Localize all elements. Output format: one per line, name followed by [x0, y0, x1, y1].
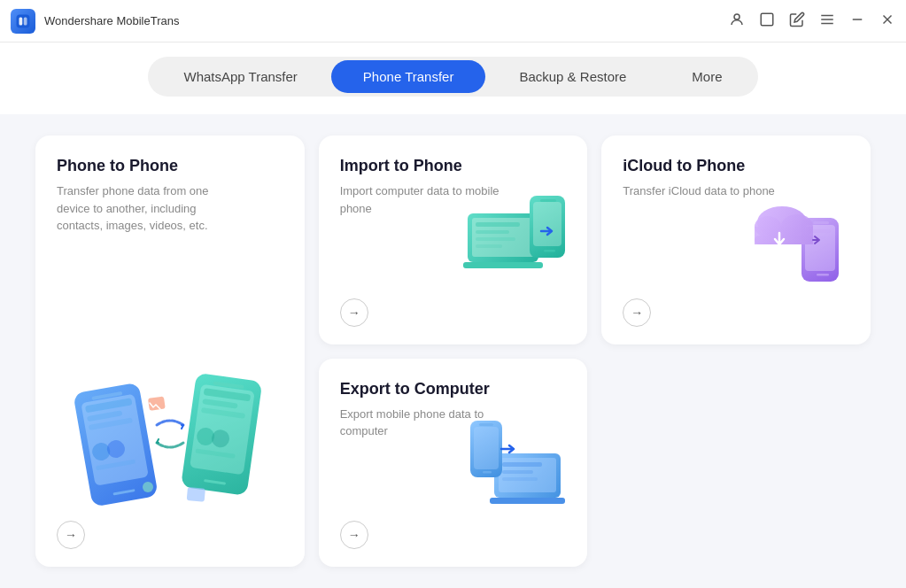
svg-rect-58 — [490, 498, 565, 504]
svg-point-17 — [90, 441, 111, 461]
card-import-to-phone[interactable]: Import to Phone Import computer data to … — [319, 135, 588, 344]
main-content: Phone to Phone Transfer phone data from … — [0, 114, 906, 588]
svg-rect-2 — [24, 17, 27, 25]
card-import-arrow[interactable]: → — [340, 298, 368, 327]
card-phone-to-phone[interactable]: Phone to Phone Transfer phone data from … — [35, 135, 305, 567]
svg-rect-59 — [502, 462, 542, 467]
tab-more[interactable]: More — [660, 60, 754, 93]
user-icon[interactable] — [729, 12, 745, 30]
svg-rect-48 — [817, 274, 829, 276]
svg-rect-40 — [476, 244, 502, 248]
svg-rect-11 — [73, 383, 158, 507]
svg-rect-60 — [502, 470, 533, 474]
card-phone-to-phone-arrow[interactable]: → — [57, 521, 85, 549]
svg-point-3 — [734, 14, 740, 19]
svg-point-33 — [143, 482, 153, 492]
svg-rect-4 — [761, 13, 773, 26]
svg-rect-13 — [91, 391, 122, 400]
icloud-illustration — [748, 191, 863, 289]
svg-rect-19 — [96, 460, 136, 471]
svg-rect-63 — [474, 427, 499, 469]
title-bar: Wondershare MobileTrans — [0, 0, 906, 43]
svg-rect-29 — [195, 449, 235, 459]
card-phone-to-phone-desc: Transfer phone data from one device to a… — [57, 182, 216, 235]
svg-rect-39 — [476, 237, 515, 241]
card-export-arrow[interactable]: → — [340, 521, 368, 549]
svg-rect-43 — [540, 199, 556, 202]
app-title: Wondershare MobileTrans — [44, 14, 729, 27]
svg-rect-14 — [85, 398, 133, 413]
svg-rect-61 — [502, 477, 538, 481]
svg-rect-37 — [476, 222, 520, 227]
card-export-title: Export to Computer — [340, 380, 567, 398]
window-icon[interactable] — [759, 12, 775, 30]
svg-rect-12 — [81, 394, 149, 486]
svg-rect-65 — [483, 471, 492, 474]
card-icloud-to-phone[interactable]: iCloud to Phone Transfer iCloud data to … — [601, 135, 871, 344]
nav-bar: WhatsApp Transfer Phone Transfer Backup … — [0, 43, 906, 114]
app-icon — [11, 9, 35, 34]
svg-rect-26 — [201, 407, 245, 419]
svg-rect-21 — [181, 373, 262, 496]
svg-rect-1 — [19, 17, 23, 25]
svg-rect-42 — [533, 202, 561, 246]
edit-icon[interactable] — [789, 12, 805, 30]
svg-rect-24 — [203, 388, 251, 401]
card-icloud-arrow[interactable]: → — [623, 298, 651, 327]
svg-rect-16 — [89, 417, 133, 430]
svg-rect-20 — [112, 489, 135, 495]
svg-rect-30 — [204, 479, 226, 484]
svg-point-18 — [105, 439, 126, 460]
nav-tabs: WhatsApp Transfer Phone Transfer Backup … — [148, 57, 757, 97]
svg-rect-31 — [148, 396, 166, 410]
tab-phone[interactable]: Phone Transfer — [331, 60, 486, 93]
minimize-icon[interactable] — [849, 12, 865, 30]
svg-rect-32 — [187, 487, 205, 502]
export-illustration — [463, 414, 578, 511]
svg-rect-23 — [213, 382, 244, 390]
card-icloud-title: iCloud to Phone — [623, 157, 849, 175]
tab-whatsapp[interactable]: WhatsApp Transfer — [151, 60, 329, 93]
card-import-title: Import to Phone — [340, 157, 567, 175]
svg-rect-22 — [190, 384, 255, 476]
import-illustration — [463, 191, 578, 289]
svg-rect-47 — [813, 221, 829, 224]
menu-icon[interactable] — [819, 12, 835, 30]
card-phone-to-phone-title: Phone to Phone — [57, 157, 283, 175]
svg-rect-44 — [544, 250, 555, 252]
svg-point-27 — [196, 427, 216, 447]
svg-rect-15 — [87, 410, 122, 422]
svg-rect-36 — [463, 262, 543, 268]
window-controls — [729, 12, 895, 30]
svg-point-28 — [211, 429, 231, 449]
svg-rect-25 — [202, 398, 237, 409]
tab-backup[interactable]: Backup & Restore — [487, 60, 658, 93]
card-export-to-computer[interactable]: Export to Computer Export mobile phone d… — [319, 359, 588, 568]
svg-rect-38 — [476, 230, 509, 234]
svg-rect-0 — [17, 14, 30, 27]
svg-rect-64 — [479, 423, 493, 426]
close-icon[interactable] — [879, 12, 895, 30]
